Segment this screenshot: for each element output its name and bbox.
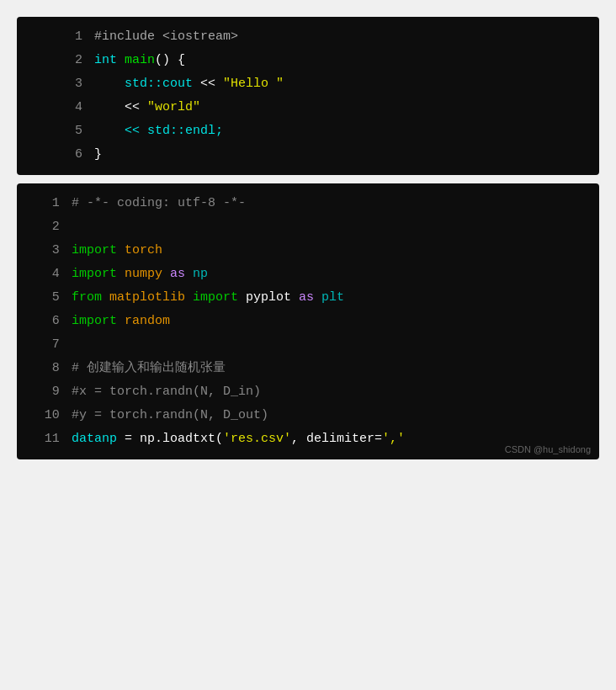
line-number: 11 <box>17 427 72 451</box>
code-token: #include <iostream> <box>94 29 238 44</box>
table-row: 5from matplotlib import pyplot as plt <box>17 286 599 310</box>
code-token: import <box>72 314 117 328</box>
line-content: import random <box>72 310 599 333</box>
code-token: = np.loadtxt( <box>117 432 223 446</box>
cpp-code-block: 1#include <iostream>2int main() {3 std::… <box>17 17 599 175</box>
line-number: 5 <box>17 286 72 310</box>
code-token: torch <box>117 243 162 257</box>
line-number: 6 <box>17 143 94 167</box>
code-token: matplotlib <box>102 290 193 305</box>
code-token: #x = torch.randn(N, D_in) <box>72 385 261 399</box>
code-token: coding: utf-8 <box>109 196 223 210</box>
code-token: << <box>193 77 223 91</box>
line-number: 2 <box>17 49 94 72</box>
line-content <box>72 333 599 357</box>
table-row: 1# -*- coding: utf-8 -*- <box>17 192 599 215</box>
line-number: 1 <box>17 192 72 215</box>
line-content: << std::endl; <box>94 119 599 143</box>
line-number: 3 <box>17 239 72 263</box>
code-token: 'res.csv' <box>223 432 291 446</box>
code-token: as <box>299 290 314 305</box>
code-token: pyplot <box>238 290 299 305</box>
table-row: 3 std::cout << "Hello " <box>17 72 599 96</box>
line-content <box>72 215 599 239</box>
line-content: int main() { <box>94 49 599 72</box>
line-number: 2 <box>17 215 72 239</box>
line-content: #x = torch.randn(N, D_in) <box>72 380 599 404</box>
watermark: CSDN @hu_shidong <box>505 444 591 454</box>
line-number: 9 <box>17 380 72 404</box>
code-token: as <box>170 267 185 281</box>
python-code-table: 1# -*- coding: utf-8 -*-2 3import torch4… <box>17 192 599 451</box>
python-code-block: 1# -*- coding: utf-8 -*-2 3import torch4… <box>17 183 599 459</box>
line-number: 7 <box>17 333 72 357</box>
line-number: 4 <box>17 263 72 286</box>
code-token: import <box>193 290 238 305</box>
code-token: # -*- <box>72 196 109 210</box>
table-row: 2int main() { <box>17 49 599 72</box>
code-token: int <box>94 53 117 67</box>
line-content: import numpy as np <box>72 263 599 286</box>
line-number: 3 <box>17 72 94 96</box>
table-row: 2 <box>17 215 599 239</box>
line-number: 8 <box>17 357 72 380</box>
code-token: "Hello " <box>223 77 284 91</box>
code-token: () { <box>155 53 185 67</box>
code-token: plt <box>314 290 344 305</box>
line-content: } <box>94 143 599 167</box>
table-row: 5 << std::endl; <box>17 119 599 143</box>
table-row: 6} <box>17 143 599 167</box>
code-token: << <box>94 100 147 114</box>
code-token: import <box>72 243 117 257</box>
table-row: 10#y = torch.randn(N, D_out) <box>17 404 599 427</box>
line-number: 5 <box>17 119 94 143</box>
line-number: 4 <box>17 96 94 119</box>
line-content: # -*- coding: utf-8 -*- <box>72 192 599 215</box>
table-row: 4import numpy as np <box>17 263 599 286</box>
line-number: 1 <box>17 25 94 49</box>
code-token: "world" <box>147 100 200 114</box>
table-row: 8# 创建输入和输出随机张量 <box>17 357 599 380</box>
table-row: 7 <box>17 333 599 357</box>
code-token <box>117 53 125 67</box>
line-content: #y = torch.randn(N, D_out) <box>72 404 599 427</box>
code-token: } <box>94 147 102 162</box>
line-content: from matplotlib import pyplot as plt <box>72 286 599 310</box>
code-token: std::cout <box>94 77 193 91</box>
table-row: 6import random <box>17 310 599 333</box>
table-row: 1#include <iostream> <box>17 25 599 49</box>
line-number: 6 <box>17 310 72 333</box>
line-content: # 创建输入和输出随机张量 <box>72 357 599 380</box>
code-token: << std::endl; <box>94 124 223 138</box>
code-token: ',' <box>382 432 405 446</box>
line-content: import torch <box>72 239 599 263</box>
table-row: 4 << "world" <box>17 96 599 119</box>
code-token: numpy <box>117 267 170 281</box>
table-row: 9#x = torch.randn(N, D_in) <box>17 380 599 404</box>
line-number: 10 <box>17 404 72 427</box>
code-token: np <box>185 267 208 281</box>
line-content: std::cout << "Hello " <box>94 72 599 96</box>
code-token: import <box>72 267 117 281</box>
code-token: #y = torch.randn(N, D_out) <box>72 408 268 422</box>
code-token: , delimiter= <box>291 432 382 446</box>
code-token: # 创建输入和输出随机张量 <box>72 361 226 375</box>
code-token: datanp <box>72 432 117 446</box>
code-token: from <box>72 290 102 305</box>
code-token: random <box>117 314 170 328</box>
code-token: main <box>125 53 155 67</box>
cpp-code-table: 1#include <iostream>2int main() {3 std::… <box>17 25 599 167</box>
line-content: << "world" <box>94 96 599 119</box>
code-token: -*- <box>223 196 246 210</box>
line-content: #include <iostream> <box>94 25 599 49</box>
table-row: 3import torch <box>17 239 599 263</box>
